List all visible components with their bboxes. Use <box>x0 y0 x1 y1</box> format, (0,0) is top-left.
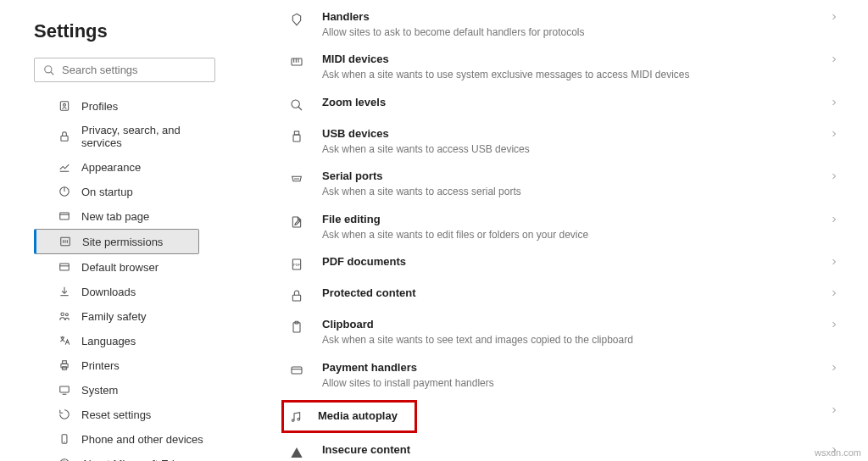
chevron-right-icon <box>829 54 839 64</box>
svg-point-17 <box>61 313 64 316</box>
sidebar: Settings Profiles Privacy, search, and s… <box>0 0 246 461</box>
sidebar-item-site-permissions[interactable]: Site permissions <box>34 229 199 254</box>
row-desc: Ask when a site wants to edit files or f… <box>322 229 843 242</box>
sidebar-item-about[interactable]: About Microsoft Edge <box>34 452 229 461</box>
browser-icon <box>58 260 71 274</box>
nav-label: Default browser <box>81 261 159 274</box>
row-title: Payment handlers <box>322 361 843 375</box>
row-usb[interactable]: USB devicesAsk when a site wants to acce… <box>288 120 843 163</box>
row-desc: Ask when a site wants to use system excl… <box>322 69 843 82</box>
row-handlers[interactable]: HandlersAllow sites to ask to become def… <box>288 3 843 46</box>
watermark: wsxdn.com <box>815 447 861 458</box>
svg-point-3 <box>64 103 66 106</box>
serial-icon <box>288 170 305 187</box>
sidebar-item-newtab[interactable]: New tab page <box>34 204 229 228</box>
svg-marker-27 <box>292 14 300 25</box>
warning-icon <box>288 444 305 461</box>
nav-label: About Microsoft Edge <box>81 458 186 462</box>
svg-rect-7 <box>60 213 70 219</box>
svg-point-36 <box>295 179 296 180</box>
row-zoom[interactable]: Zoom levels <box>288 89 843 120</box>
sidebar-item-profiles[interactable]: Profiles <box>34 94 229 118</box>
system-icon <box>58 383 71 397</box>
svg-point-0 <box>45 65 52 72</box>
media-icon <box>287 408 304 425</box>
row-desc: Allow sites to ask to become default han… <box>322 26 843 40</box>
svg-marker-48 <box>291 447 302 458</box>
row-title: Handlers <box>322 10 843 25</box>
sidebar-item-system[interactable]: System <box>34 378 229 402</box>
row-media-autoplay[interactable]: Media autoplay <box>288 397 843 436</box>
svg-rect-20 <box>63 361 67 364</box>
row-serial[interactable]: Serial portsAsk when a site wants to acc… <box>288 163 843 205</box>
printer-icon <box>58 358 71 372</box>
search-icon <box>43 64 62 76</box>
nav-label: Family safety <box>81 310 147 323</box>
nav-label: New tab page <box>81 210 149 223</box>
row-payment[interactable]: Payment handlersAllow sites to install p… <box>288 354 843 397</box>
nav-label: Phone and other devices <box>81 433 203 446</box>
nav-list: Profiles Privacy, search, and services A… <box>34 94 229 461</box>
sidebar-item-downloads[interactable]: Downloads <box>34 280 229 303</box>
nav-label: Languages <box>81 335 136 347</box>
svg-point-46 <box>292 419 294 422</box>
lock-icon <box>288 287 305 304</box>
row-clipboard[interactable]: ClipboardAsk when a site wants to see te… <box>288 311 843 353</box>
svg-point-47 <box>298 419 300 421</box>
highlight-box: Media autoplay <box>281 400 417 433</box>
main-content: HandlersAllow sites to ask to become def… <box>246 0 868 461</box>
search-input[interactable] <box>62 64 206 76</box>
profile-icon <box>58 99 71 113</box>
page-title: Settings <box>34 20 229 42</box>
clipboard-icon <box>288 319 305 336</box>
sidebar-item-phone[interactable]: Phone and other devices <box>34 427 229 451</box>
svg-point-18 <box>65 314 68 316</box>
row-title: USB devices <box>322 127 843 142</box>
svg-point-32 <box>292 100 299 108</box>
pdf-icon: PDF <box>288 256 305 273</box>
phone-icon <box>58 432 71 446</box>
sidebar-item-appearance[interactable]: Appearance <box>34 155 229 179</box>
row-title: Protected content <box>322 286 843 301</box>
chevron-right-icon <box>829 129 839 139</box>
row-midi[interactable]: MIDI devicesAsk when a site wants to use… <box>288 46 843 88</box>
sidebar-item-family[interactable]: Family safety <box>34 304 229 328</box>
file-edit-icon <box>288 214 305 230</box>
svg-rect-41 <box>292 296 300 302</box>
sidebar-item-privacy[interactable]: Privacy, search, and services <box>34 119 229 154</box>
family-icon <box>58 309 71 323</box>
row-desc: Allow sites to install payment handlers <box>322 377 843 391</box>
lock-icon <box>58 130 71 143</box>
appearance-icon <box>58 160 71 174</box>
row-title: File editing <box>322 213 843 227</box>
svg-line-33 <box>298 107 302 110</box>
row-desc: Ask when a site wants to access serial p… <box>322 186 843 199</box>
chevron-right-icon <box>829 288 839 298</box>
svg-rect-44 <box>292 367 302 374</box>
row-file-editing[interactable]: File editingAsk when a site wants to edi… <box>288 206 843 248</box>
chevron-right-icon <box>829 97 839 108</box>
sidebar-item-languages[interactable]: Languages <box>34 329 229 353</box>
power-icon <box>58 185 71 198</box>
nav-label: Printers <box>81 359 120 372</box>
permissions-icon <box>58 235 72 248</box>
sidebar-item-reset[interactable]: Reset settings <box>34 403 229 426</box>
nav-label: Site permissions <box>82 236 163 248</box>
edge-icon <box>58 457 71 461</box>
sidebar-item-printers[interactable]: Printers <box>34 353 229 377</box>
svg-rect-4 <box>61 136 68 141</box>
row-protected[interactable]: Protected content <box>288 280 843 311</box>
row-desc: Ask when a site wants to see text and im… <box>322 334 843 347</box>
svg-rect-28 <box>292 58 302 65</box>
chevron-right-icon <box>829 12 839 22</box>
nav-label: Downloads <box>81 286 136 298</box>
row-insecure[interactable]: Insecure contentInsecure content is bloc… <box>288 436 843 461</box>
row-pdf[interactable]: PDF PDF documents <box>288 248 843 280</box>
sidebar-item-onstartup[interactable]: On startup <box>34 180 229 203</box>
row-desc: Ask when a site wants to access USB devi… <box>322 143 843 157</box>
row-title: Zoom levels <box>322 96 843 110</box>
row-title: MIDI devices <box>322 53 843 67</box>
download-icon <box>58 285 71 298</box>
sidebar-item-default-browser[interactable]: Default browser <box>34 255 229 279</box>
search-box[interactable] <box>34 58 215 82</box>
